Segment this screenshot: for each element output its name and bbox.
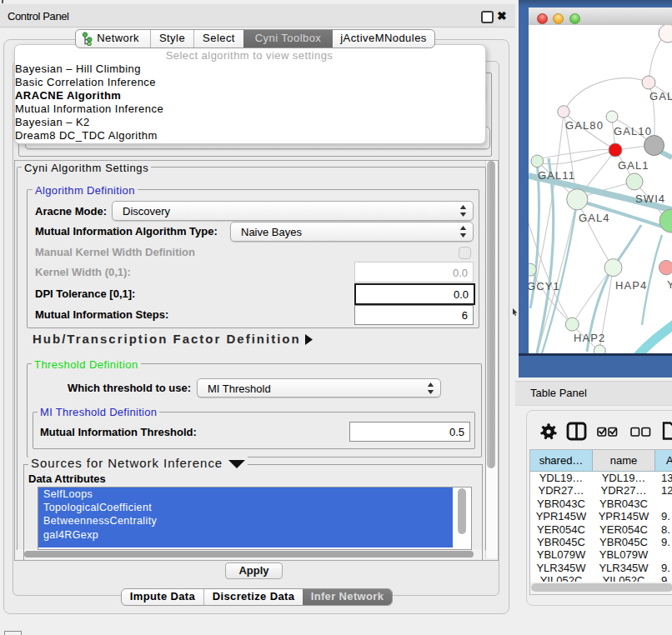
svg-text:GAL1: GAL1	[618, 159, 649, 172]
svg-text:HAP4: HAP4	[615, 279, 647, 292]
svg-text:GAL80: GAL80	[565, 119, 604, 132]
svg-text:GAL4: GAL4	[579, 212, 610, 224]
svg-text:GAL11: GAL11	[538, 169, 575, 182]
svg-text:GAL: GAL	[649, 90, 672, 102]
svg-text:SWI4: SWI4	[635, 192, 665, 205]
svg-text:GAL10: GAL10	[614, 125, 652, 138]
svg-text:Y: Y	[667, 278, 672, 291]
svg-text:GCY1: GCY1	[529, 280, 560, 292]
svg-text:HAP2: HAP2	[574, 332, 605, 344]
